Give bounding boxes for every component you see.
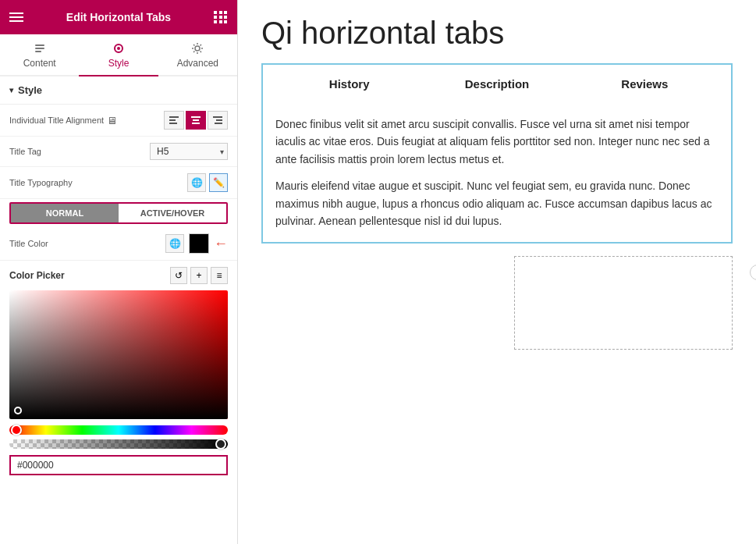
- tab-reviews[interactable]: Reviews: [571, 74, 719, 94]
- typography-icons: 🌐 ✏️: [187, 173, 228, 192]
- state-tabs: NORMAL ACTIVE/HOVER: [9, 202, 228, 224]
- title-tag-select-container: H1 H2 H3 H4 H5 H6: [150, 143, 228, 160]
- svg-rect-0: [35, 44, 44, 46]
- color-picker-section: Color Picker ↺ + ≡: [0, 261, 237, 482]
- tab-advanced[interactable]: Advanced: [158, 34, 237, 76]
- state-tab-activehover[interactable]: ACTIVE/HOVER: [119, 204, 226, 222]
- dashed-placeholder: [514, 256, 733, 350]
- color-picker-add-button[interactable]: +: [190, 267, 208, 284]
- page-title: Qi horizontal tabs: [261, 16, 733, 51]
- tab-content-area: Donec finibus velit sit amet arcu suscip…: [263, 103, 731, 242]
- individual-title-alignment-row: Individual Title Alignment 🖥: [0, 105, 237, 137]
- svg-rect-1: [35, 48, 44, 49]
- left-panel: Edit Horizontal Tabs Content Style: [0, 0, 238, 544]
- content-paragraph-2: Mauris eleifend vitae augue et suscipit.…: [275, 177, 719, 229]
- alpha-cursor: [215, 439, 226, 450]
- svg-rect-7: [169, 119, 176, 121]
- svg-rect-8: [169, 123, 177, 124]
- svg-rect-12: [213, 116, 222, 118]
- title-color-row: Title Color 🌐 ←: [0, 227, 237, 261]
- tab-content[interactable]: Content: [0, 34, 79, 76]
- panel-title: Edit Horizontal Tabs: [66, 11, 171, 23]
- tabs-widget: History Description Reviews Donec finibu…: [261, 63, 733, 244]
- hex-input-wrap: [9, 455, 228, 475]
- title-color-label: Title Color: [9, 239, 159, 248]
- tab-history[interactable]: History: [275, 74, 423, 94]
- svg-rect-2: [35, 51, 41, 52]
- style-section-header[interactable]: ▾ Style: [0, 76, 237, 105]
- color-picker-actions: ↺ + ≡: [170, 267, 228, 284]
- color-picker-title: Color Picker: [9, 270, 65, 281]
- typography-globe-button[interactable]: 🌐: [187, 173, 206, 192]
- color-controls: 🌐 ←: [165, 233, 228, 254]
- title-tag-label: Title Tag: [9, 147, 144, 156]
- color-globe-button[interactable]: 🌐: [165, 234, 184, 253]
- align-left-button[interactable]: [164, 111, 184, 130]
- arrow-indicator: ←: [214, 236, 228, 252]
- title-typography-row: Title Typography 🌐 ✏️: [0, 167, 237, 199]
- svg-rect-14: [215, 123, 222, 124]
- align-right-button[interactable]: [208, 111, 228, 130]
- svg-rect-13: [216, 119, 222, 121]
- alignment-buttons: [164, 111, 228, 130]
- title-tag-select[interactable]: H1 H2 H3 H4 H5 H6: [150, 143, 228, 160]
- svg-rect-10: [193, 119, 199, 121]
- title-typography-label: Title Typography: [9, 178, 181, 187]
- svg-rect-9: [191, 116, 201, 118]
- hex-input[interactable]: [9, 455, 228, 475]
- gradient-cursor: [14, 407, 22, 414]
- color-picker-header: Color Picker ↺ + ≡: [9, 267, 228, 284]
- panel-body: ▾ Style Individual Title Alignment 🖥: [0, 76, 237, 544]
- svg-rect-6: [169, 116, 179, 118]
- content-paragraph-1: Donec finibus velit sit amet arcu suscip…: [275, 116, 719, 168]
- color-picker-reset-button[interactable]: ↺: [170, 267, 187, 284]
- hamburger-icon[interactable]: [9, 12, 23, 22]
- typography-edit-button[interactable]: ✏️: [209, 173, 228, 192]
- state-tab-normal[interactable]: NORMAL: [11, 204, 119, 222]
- tab-style[interactable]: Style: [79, 34, 158, 76]
- individual-title-alignment-label: Individual Title Alignment 🖥: [9, 115, 158, 126]
- chevron-icon: ▾: [9, 86, 13, 94]
- svg-point-4: [117, 47, 120, 50]
- panel-header: Edit Horizontal Tabs: [0, 0, 237, 34]
- alpha-slider[interactable]: [9, 439, 228, 449]
- section-label: Style: [18, 84, 42, 96]
- title-tag-row: Title Tag H1 H2 H3 H4 H5 H6: [0, 137, 237, 167]
- tabs-navigation: History Description Reviews: [263, 65, 731, 103]
- svg-rect-11: [192, 123, 200, 124]
- color-gradient[interactable]: [9, 290, 228, 419]
- monitor-icon: 🖥: [107, 115, 117, 126]
- gradient-dark-overlay: [9, 290, 228, 419]
- color-picker-menu-button[interactable]: ≡: [211, 267, 228, 284]
- tab-description[interactable]: Description: [423, 74, 570, 94]
- hue-slider[interactable]: [9, 425, 228, 435]
- panel-tabs: Content Style Advanced: [0, 34, 237, 76]
- hue-cursor: [11, 425, 22, 436]
- grid-icon[interactable]: [214, 11, 228, 23]
- color-swatch[interactable]: [189, 233, 209, 254]
- align-center-button[interactable]: [186, 111, 206, 130]
- collapse-panel-button[interactable]: ›: [750, 265, 756, 280]
- svg-point-5: [195, 46, 200, 51]
- right-content: › Qi horizontal tabs History Description…: [238, 0, 756, 544]
